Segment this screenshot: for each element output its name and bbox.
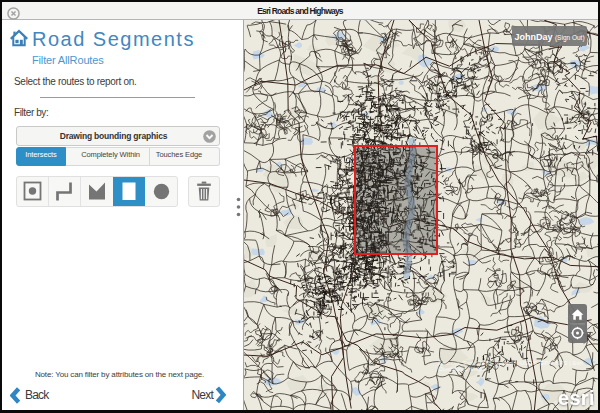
svg-text:esri: esri (558, 387, 595, 409)
